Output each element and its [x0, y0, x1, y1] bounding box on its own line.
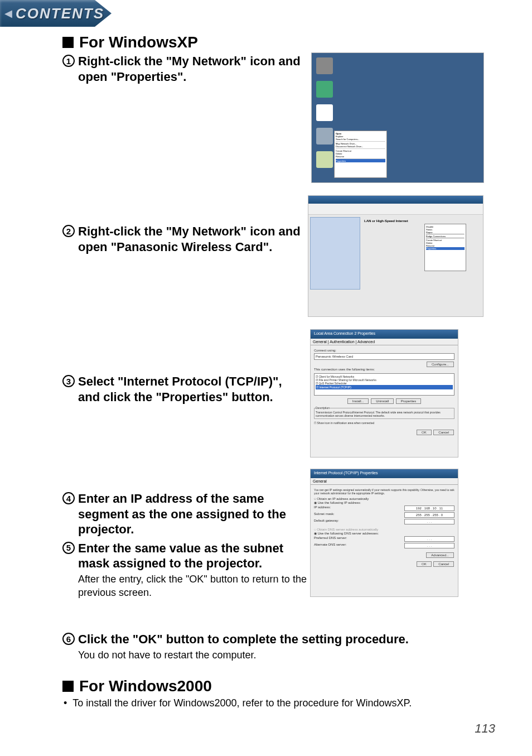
description-label: Description	[316, 406, 330, 410]
adapter-name: Panasonic Wireless Card	[314, 353, 454, 360]
page-number: 113	[475, 721, 495, 736]
computer-icon	[316, 128, 333, 145]
ip-address-field[interactable]: 192 . 168 . 10 . 11	[404, 505, 454, 511]
bullet-dot-icon: •	[64, 697, 67, 709]
tcpip-desc: You can get IP settings assigned automat…	[314, 488, 454, 495]
items-label: This connection uses the following items…	[314, 368, 454, 371]
window-titlebar	[308, 196, 483, 204]
use-dns-radio[interactable]: Use the following DNS server addresses:	[318, 532, 379, 535]
square-bullet-icon	[62, 37, 74, 48]
context-menu: Open Explore Search for Computers... Map…	[334, 131, 387, 178]
recycle-bin-icon	[316, 57, 333, 74]
step-2-title: Right-click the "My Network" icon and op…	[78, 224, 307, 254]
dialog-tabs-4: General	[311, 478, 458, 485]
step-number-1: 1	[62, 55, 75, 67]
lan-heading: LAN or High-Speed Internet	[364, 219, 408, 223]
step-number-3: 3	[62, 375, 75, 387]
alt-dns-label: Alternate DNS server:	[314, 543, 346, 548]
section-heading-2000: For Windows2000	[62, 677, 482, 695]
step-number-5: 5	[62, 542, 75, 554]
gateway-field[interactable]: . . .	[404, 519, 454, 524]
bullet-item: • To install the driver for Windows2000,…	[62, 697, 482, 709]
show-icon-checkbox[interactable]: Show icon in notification area when conn…	[317, 421, 374, 425]
step-number-6: 6	[62, 633, 75, 645]
description-text: Transmission Control Protocol/Internet P…	[316, 411, 453, 417]
pref-dns-field[interactable]: . . .	[404, 536, 454, 542]
contents-label: CONTENTS	[16, 5, 104, 22]
bullet-text: To install the driver for Windows2000, r…	[72, 697, 412, 709]
properties-button[interactable]: Properties	[396, 398, 421, 404]
screenshot-network-connections: LAN or High-Speed Internet DisableStatus…	[308, 195, 483, 317]
use-ip-radio[interactable]: Use the following IP address:	[318, 501, 361, 504]
contents-tab[interactable]: ◀ CONTENTS	[0, 0, 112, 27]
configure-button[interactable]: Configure...	[427, 362, 454, 367]
toolbar	[308, 204, 483, 215]
step-1-title: Right-click the "My Network" icon and op…	[78, 54, 307, 84]
uninstall-button[interactable]: Uninstall	[371, 398, 394, 404]
cancel-button[interactable]: Cancel	[433, 430, 454, 435]
items-listbox[interactable]: ☑ Client for Microsoft Networks ☑ File a…	[314, 373, 454, 396]
ok-button[interactable]: OK	[417, 430, 432, 435]
section-heading-2000-text: For Windows2000	[79, 677, 212, 695]
dialog-body-4: You can get IP settings assigned automat…	[311, 485, 458, 571]
section-heading-text: For WindowsXP	[79, 33, 198, 51]
subnet-mask-label: Subnet mask:	[314, 512, 335, 518]
step-4-title: Enter an IP address of the same segment …	[78, 491, 307, 537]
screenshot-tcpip-properties: Internet Protocol (TCP/IP) Properties Ge…	[310, 469, 458, 597]
step-3-title: Select "Internet Protocol (TCP/IP)", and…	[78, 374, 307, 405]
connect-using-label: Connect using:	[314, 349, 454, 352]
gateway-label: Default gateway:	[314, 519, 339, 524]
ok-button-4[interactable]: OK	[417, 561, 432, 567]
back-arrow-icon: ◀	[4, 7, 12, 20]
step-number-4: 4	[62, 492, 75, 504]
step-5-title: Enter the same value as the subnet mask …	[78, 541, 307, 571]
step-number-2: 2	[62, 225, 75, 237]
dialog-titlebar: Local Area Connection 2 Properties	[311, 330, 458, 339]
alt-dns-field[interactable]: . . .	[404, 543, 454, 548]
square-bullet-icon	[62, 681, 74, 692]
install-button[interactable]: Install...	[347, 398, 369, 404]
dialog-body: Connect using: Panasonic Wireless Card C…	[311, 345, 458, 439]
screenshot-desktop: Open Explore Search for Computers... Map…	[311, 52, 484, 183]
ip-address-label: IP address:	[314, 505, 331, 511]
step-6-title: Click the "OK" button to complete the se…	[78, 632, 409, 647]
cancel-button-4[interactable]: Cancel	[433, 561, 454, 567]
ie-icon	[316, 81, 333, 98]
pref-dns-label: Preferred DNS server:	[314, 536, 347, 542]
advanced-button[interactable]: Advanced...	[426, 552, 454, 558]
section-heading-xp: For WindowsXP	[62, 33, 482, 51]
context-menu-2: DisableStatusRepairBridge ConnectionsCre…	[424, 224, 466, 271]
step-6-body: You do not have to restart the computer.	[78, 648, 409, 662]
window-sidebar	[310, 217, 360, 290]
section-2000: For Windows2000 • To install the driver …	[62, 677, 482, 709]
network-icon	[316, 151, 333, 168]
document-icon	[316, 104, 333, 121]
step-6: 6 Click the "OK" button to complete the …	[62, 632, 482, 662]
dialog-titlebar-4: Internet Protocol (TCP/IP) Properties	[311, 469, 458, 478]
subnet-mask-field[interactable]: 255 . 255 . 255 . 0	[404, 512, 454, 518]
dialog-tabs: General | Authentication | Advanced	[311, 339, 458, 345]
screenshot-connection-properties: Local Area Connection 2 Properties Gener…	[310, 329, 458, 458]
step-5-body: After the entry, click the "OK" button t…	[78, 572, 307, 600]
